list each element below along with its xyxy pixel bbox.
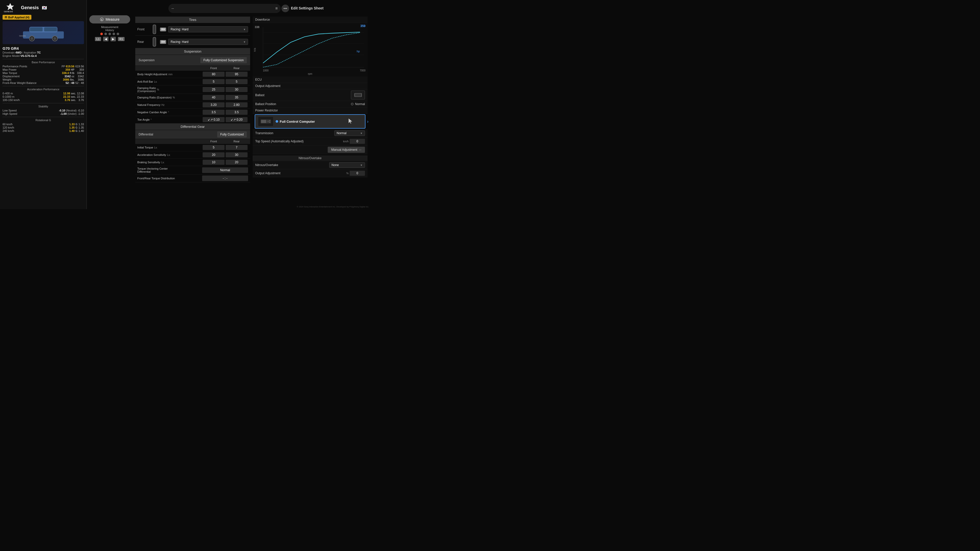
output-adj-value[interactable]: 0: [350, 171, 365, 176]
top-speed-row: Top Speed (Automatically Adjusted) km/h …: [253, 138, 368, 145]
damping-exp-front[interactable]: 40: [203, 95, 224, 100]
toe-front[interactable]: ↙↗ 0.10: [203, 117, 224, 122]
car-model: G70 GR4: [3, 46, 84, 51]
brake-sens-rear[interactable]: 20: [226, 160, 248, 165]
l1-button[interactable]: L1: [95, 37, 101, 41]
menu-icon[interactable]: ≡: [275, 6, 278, 11]
history-dot-4[interactable]: [113, 33, 115, 35]
history-dot-5[interactable]: [117, 33, 119, 35]
fcc-image: [258, 117, 273, 126]
r1-button[interactable]: R1: [118, 37, 124, 41]
right-panel: Downforce 359 338 1000 rpm 7000 ft·lb hp…: [253, 17, 368, 177]
chart-y-max: 359: [360, 24, 366, 28]
nitrous-label: Nitrous/Overtake: [255, 163, 329, 167]
neg-camber-rear[interactable]: 3.5: [226, 110, 248, 115]
ballast-icon: [353, 92, 363, 98]
measure-section: ▲ Measure MeasurementHistory L1 ◀ ▶ R1: [89, 15, 130, 41]
chart-x-unit: rpm: [308, 73, 312, 75]
rotational-grid: 60 km/h 1.33 G 1.33 120 km/h 1.35 G 1.35…: [3, 123, 84, 132]
torque-vectoring-value[interactable]: Normal: [202, 167, 248, 173]
car-engine: Engine Model V6-G70-Gr.4: [3, 54, 84, 57]
braking-sensitivity-row: Braking Sensitivity Lv. 10 20: [135, 159, 250, 166]
base-performance-title: Base Performance: [3, 61, 84, 64]
front-rh-badge: RH: [160, 27, 166, 32]
toe-rear[interactable]: ↙↗ 0.20: [226, 117, 248, 122]
output-adj-nitrous-label: Output Adjustment: [255, 171, 346, 175]
suspension-preset-value[interactable]: Fully Customized Suspension: [200, 57, 247, 63]
accel-title: Acceleration Performance: [3, 88, 84, 91]
accel-sensitivity-row: Acceleration Sensitivity Lv. 20 30: [135, 151, 250, 159]
ballast-position-row: Ballast Position Normal: [253, 101, 368, 107]
suspension-preset-label: Suspension: [138, 59, 155, 62]
history-dot-2[interactable]: [104, 33, 107, 35]
accel-sens-rear[interactable]: 30: [226, 152, 248, 157]
history-dot-3[interactable]: [108, 33, 111, 35]
transmission-dropdown[interactable]: Normal ▼: [334, 130, 365, 136]
anti-roll-rear[interactable]: 5: [226, 79, 248, 84]
nitrous-section-header: Nitrous/Overtake: [253, 156, 368, 161]
anti-roll-front[interactable]: 5: [203, 79, 224, 84]
nav-controls: L1 ◀ ▶ R1: [89, 37, 130, 41]
chart-x-end: 7000: [360, 69, 366, 72]
rear-tire-dropdown-arrow: ▼: [243, 41, 246, 43]
damping-comp-rear[interactable]: 30: [226, 87, 248, 92]
edit-settings-label: Edit Settings Sheet: [291, 6, 324, 10]
accel-sens-front[interactable]: 20: [203, 152, 224, 157]
ballast-image: [351, 91, 365, 100]
copyright: © 2024 Sony Interactive Entertainment In…: [297, 206, 369, 208]
settings-dots-btn[interactable]: •••: [282, 5, 289, 12]
prev-button[interactable]: ◀: [103, 37, 108, 41]
neg-camber-front[interactable]: 3.5: [203, 110, 224, 115]
rear-tire-row: Rear RH Racing: Hard ▼: [135, 36, 250, 48]
fcc-popup[interactable]: Full Control Computer ›: [255, 114, 366, 129]
svg-point-26: [269, 122, 270, 123]
fcc-option: Full Control Computer: [275, 120, 315, 124]
stability-title: Stability: [3, 105, 84, 108]
stability-grid: Low Speed -0.10 (Neutral) -0.10 High Spe…: [3, 109, 84, 115]
damping-comp-front[interactable]: 25: [203, 87, 224, 92]
svg-text:Genesis: Genesis: [19, 35, 26, 37]
next-button[interactable]: ▶: [110, 37, 116, 41]
ecu-label: ECU: [255, 78, 365, 81]
rear-col-header: Rear: [225, 67, 248, 70]
nitrous-dropdown[interactable]: None ▼: [329, 162, 365, 168]
rear-tire-icon: [151, 37, 158, 47]
fcc-arrow-icon: ›: [367, 119, 369, 124]
history-dot-1[interactable]: [100, 33, 103, 35]
differential-label: Differential: [138, 133, 153, 136]
diff-rear-header: Rear: [225, 140, 248, 143]
svg-point-5: [30, 37, 33, 40]
top-speed-value[interactable]: 0: [350, 139, 365, 144]
transmission-row: Transmission Normal ▼: [253, 129, 368, 138]
differential-preset[interactable]: Fully Customized: [217, 131, 247, 138]
body-height-rear[interactable]: 95: [226, 72, 248, 77]
damping-compression-row: Damping Ratio(Compression) % 25 30: [135, 86, 250, 94]
init-torque-rear[interactable]: 7: [226, 145, 248, 150]
measure-button[interactable]: ▲ Measure: [89, 15, 130, 24]
ballast-row: Ballast: [253, 89, 368, 101]
front-tire-label: Front: [137, 27, 149, 31]
car-drivetrain: Drivetrain 4WD / Aspiration TC: [3, 51, 84, 54]
manual-adjustment-button[interactable]: Manual Adjustment ···: [328, 147, 365, 153]
left-panel: GENESIS Genesis 🇰🇷 ⚖ BoP Applied (H) Gen…: [0, 0, 87, 209]
ballast-radio-empty[interactable]: [351, 103, 353, 105]
front-rear-dist-value[interactable]: - : -: [202, 176, 248, 181]
rear-rh-badge: RH: [160, 40, 166, 44]
nat-freq-front[interactable]: 3.20: [203, 102, 224, 107]
rear-tire-selector[interactable]: Racing: Hard ▼: [168, 39, 248, 45]
damping-exp-rear[interactable]: 35: [226, 95, 248, 100]
ballast-position-label: Ballast Position: [255, 102, 351, 106]
front-tire-selector[interactable]: Racing: Hard ▼: [168, 26, 248, 32]
init-torque-front[interactable]: 5: [203, 145, 224, 150]
output-adj-label: Output Adjustment: [255, 84, 365, 88]
front-tire-row: Front RH Racing: Hard ▼: [135, 23, 250, 36]
svg-rect-8: [30, 27, 43, 32]
history-dots: [89, 33, 130, 35]
tires-header: Tires: [135, 17, 250, 23]
brake-sens-front[interactable]: 10: [203, 160, 224, 165]
cursor-icon: [348, 119, 352, 124]
chart-y-unit: ft·lb: [254, 48, 256, 52]
svg-rect-9: [44, 27, 57, 32]
nat-freq-rear[interactable]: 2.80: [226, 102, 248, 107]
body-height-front[interactable]: 80: [203, 72, 224, 77]
